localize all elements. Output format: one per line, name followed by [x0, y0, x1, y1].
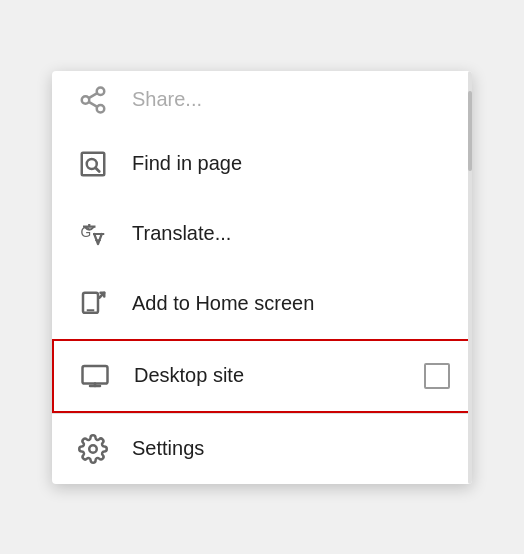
svg-line-3 — [89, 101, 98, 106]
menu-item-share[interactable]: Share... — [52, 71, 472, 129]
menu-item-desktop-site[interactable]: Desktop site — [52, 339, 472, 413]
share-label: Share... — [132, 88, 452, 111]
menu-item-find-in-page[interactable]: Find in page — [52, 129, 472, 199]
scrollbar-thumb — [468, 91, 472, 171]
translate-label: Translate... — [132, 222, 452, 245]
svg-point-18 — [89, 445, 97, 453]
svg-rect-15 — [83, 366, 108, 384]
settings-label: Settings — [132, 437, 452, 460]
menu-item-settings[interactable]: Settings — [52, 414, 472, 484]
desktop-icon — [74, 355, 116, 397]
add-to-home-label: Add to Home screen — [132, 292, 452, 315]
svg-point-1 — [82, 96, 90, 104]
desktop-site-label: Desktop site — [134, 364, 424, 387]
find-in-page-label: Find in page — [132, 152, 452, 175]
svg-line-7 — [96, 167, 100, 171]
desktop-site-checkbox[interactable] — [424, 363, 450, 389]
svg-rect-5 — [82, 152, 105, 175]
svg-point-0 — [97, 87, 105, 95]
add-home-icon — [72, 283, 114, 325]
find-in-page-icon — [72, 143, 114, 185]
settings-icon — [72, 428, 114, 470]
svg-point-2 — [97, 105, 105, 113]
translate-icon: G — [72, 213, 114, 255]
context-menu: Share... Find in page G Translate.. — [52, 71, 472, 484]
menu-item-translate[interactable]: G Translate... — [52, 199, 472, 269]
svg-line-4 — [89, 93, 98, 98]
scrollbar[interactable] — [468, 71, 472, 484]
menu-item-add-to-home[interactable]: Add to Home screen — [52, 269, 472, 339]
share-icon — [72, 79, 114, 121]
